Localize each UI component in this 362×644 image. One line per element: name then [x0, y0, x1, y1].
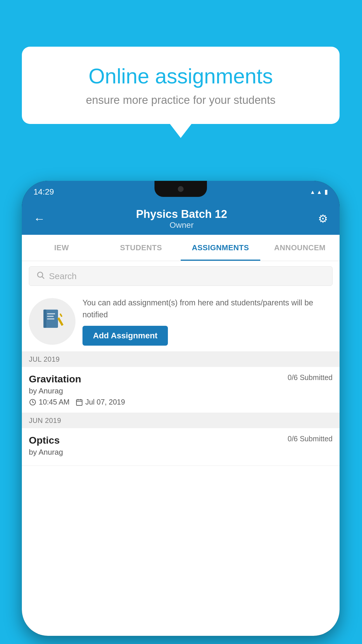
app-bar-title: Physics Batch 12 — [48, 208, 315, 220]
phone-frame: 14:29 ▴ ▴ ▮ ← Physics Batch 12 Owner ⚙ I… — [22, 181, 340, 636]
svg-line-1 — [42, 277, 44, 279]
status-bar: 14:29 ▴ ▴ ▮ — [22, 181, 340, 203]
svg-rect-5 — [47, 316, 54, 317]
assignment-by: by Anurag — [29, 386, 333, 396]
assignment-by-optics: by Anurag — [29, 448, 333, 457]
svg-rect-4 — [47, 313, 55, 314]
promo-section: You can add assignment(s) from here and … — [22, 291, 340, 352]
tabs-bar: IEW STUDENTS ASSIGNMENTS ANNOUNCEM — [22, 235, 340, 261]
app-bar-title-container: Physics Batch 12 Owner — [48, 208, 315, 230]
promo-description: You can add assignment(s) from here and … — [82, 297, 333, 321]
assignment-item-optics[interactable]: Optics 0/6 Submitted by Anurag — [22, 428, 340, 466]
assignment-row-top: Gravitation 0/6 Submitted — [29, 373, 333, 385]
speech-bubble: Online assignments ensure more practice … — [22, 47, 340, 124]
month-separator-jun: JUN 2019 — [22, 413, 340, 428]
wifi-icon: ▴ — [311, 188, 314, 196]
signal-icon: ▴ — [318, 188, 321, 196]
tab-announcements[interactable]: ANNOUNCEM — [260, 235, 340, 261]
settings-button[interactable]: ⚙ — [315, 209, 331, 228]
search-placeholder: Search — [49, 271, 77, 281]
svg-rect-3 — [43, 309, 46, 328]
status-icons: ▴ ▴ ▮ — [311, 188, 328, 196]
svg-rect-8 — [59, 313, 63, 317]
assignment-submitted-optics: 0/6 Submitted — [288, 435, 333, 443]
search-bar: Search — [22, 261, 340, 291]
assignment-item-gravitation[interactable]: Gravitation 0/6 Submitted by Anurag 10:4… — [22, 367, 340, 413]
app-bar: ← Physics Batch 12 Owner ⚙ — [22, 203, 340, 235]
assignment-submitted: 0/6 Submitted — [288, 373, 333, 382]
phone-content: Search You can ad — [22, 261, 340, 636]
promo-text-area: You can add assignment(s) from here and … — [82, 297, 333, 346]
back-button[interactable]: ← — [31, 209, 48, 228]
app-bar-subtitle: Owner — [48, 220, 315, 230]
speech-bubble-container: Online assignments ensure more practice … — [22, 47, 340, 124]
notebook-icon — [41, 307, 64, 335]
svg-rect-7 — [57, 317, 64, 326]
add-assignment-button[interactable]: Add Assignment — [82, 326, 168, 346]
speech-bubble-subtitle: ensure more practice for your students — [42, 94, 319, 106]
search-icon — [36, 271, 45, 281]
svg-point-0 — [38, 272, 43, 277]
search-input-container[interactable]: Search — [29, 266, 333, 286]
notch-camera — [178, 186, 184, 192]
month-separator-jul: JUL 2019 — [22, 352, 340, 367]
assignment-icon-circle — [29, 298, 75, 345]
tab-students[interactable]: STUDENTS — [101, 235, 181, 261]
assignment-time: 10:45 AM — [29, 398, 70, 406]
assignment-name: Gravitation — [29, 373, 81, 385]
assignment-name-optics: Optics — [29, 435, 60, 446]
tab-assignments[interactable]: ASSIGNMENTS — [181, 235, 260, 261]
tab-iew[interactable]: IEW — [22, 235, 101, 261]
assignment-meta: 10:45 AM Jul 07, 2019 — [29, 398, 333, 406]
svg-rect-6 — [47, 318, 55, 319]
svg-rect-10 — [76, 400, 82, 405]
status-time: 14:29 — [34, 187, 54, 197]
assignment-row-top-optics: Optics 0/6 Submitted — [29, 435, 333, 446]
assignment-date: Jul 07, 2019 — [75, 398, 125, 406]
battery-icon: ▮ — [324, 188, 328, 196]
speech-bubble-title: Online assignments — [42, 64, 319, 88]
phone-notch — [154, 181, 207, 197]
